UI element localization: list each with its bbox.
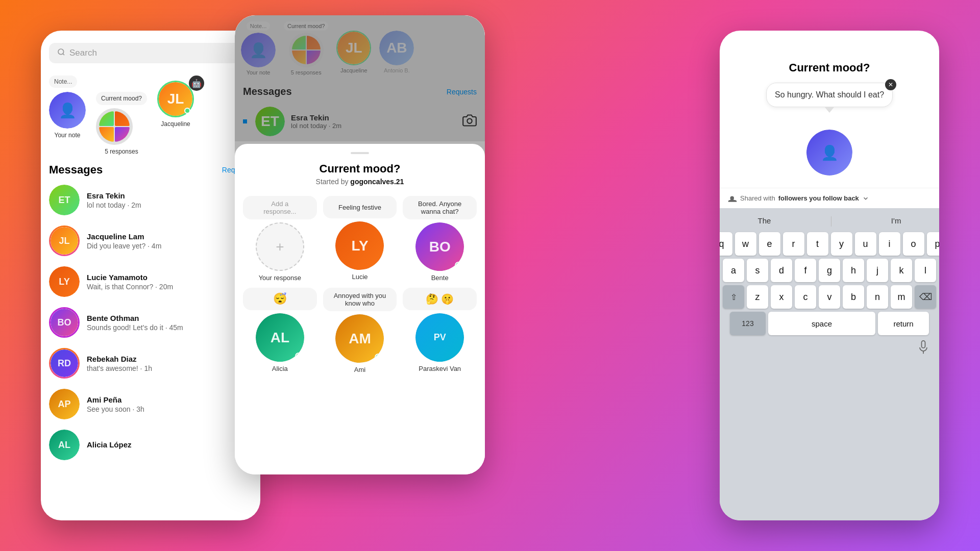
keyboard-suggestions: The I'm <box>724 212 935 229</box>
key-y[interactable]: y <box>831 232 852 256</box>
mood-card-ami[interactable]: Annoyed with you know who AM Ami <box>323 288 397 373</box>
suggestion-the[interactable]: The <box>750 214 779 227</box>
close-button[interactable]: ✕ <box>885 79 896 90</box>
mood-bubble-paraskevi: 🤔 🤫 <box>403 288 477 310</box>
modal-subtitle: Started by gogoncalves.21 <box>243 178 477 186</box>
suggestion-im[interactable]: I'm <box>883 214 910 227</box>
mood-name-paraskevi: Paraskevi Van <box>419 365 461 372</box>
message-item-jacqueline[interactable]: JL Jacqueline Lam Did you leave yet? · 4… <box>41 220 260 261</box>
key-n[interactable]: n <box>867 285 888 309</box>
return-key[interactable]: return <box>878 312 929 335</box>
key-q[interactable]: q <box>720 232 732 256</box>
msg-name-bente: Bente Othman <box>87 314 252 322</box>
green-dot-alicia <box>295 353 302 360</box>
mood-name-lucie: Lucie <box>352 273 368 281</box>
key-p[interactable]: p <box>927 232 940 256</box>
mood-card-bente[interactable]: Bored. Anyone wanna chat? BO Bente <box>403 196 477 282</box>
modal-subtitle-text: Started by <box>316 178 349 186</box>
msg-name-lucie: Lucie Yamamoto <box>87 273 252 282</box>
right-phone: Current mood? ✕ So hungry. What should I… <box>720 31 939 520</box>
delete-key[interactable]: ⌫ <box>915 285 936 309</box>
mood-card-alicia[interactable]: 😴 AL Alicia <box>243 288 317 373</box>
microphone-icon[interactable] <box>918 340 929 357</box>
key-m[interactable]: m <box>891 285 912 309</box>
right-mood-title: Current mood? <box>732 61 927 74</box>
msg-name-ami: Ami Peña <box>87 395 252 404</box>
chevron-down-icon <box>862 195 869 202</box>
msg-preview-esra: lol not today · 2m <box>87 201 240 209</box>
key-i[interactable]: i <box>879 232 900 256</box>
right-user-avatar: 👤 <box>806 130 852 176</box>
key-j[interactable]: j <box>867 259 888 282</box>
green-dot-ami <box>375 354 382 361</box>
mood-bubble: Current mood? <box>96 92 147 105</box>
modal-handle <box>351 152 369 154</box>
message-item-ami[interactable]: AP Ami Peña See you soon · 3h <box>41 384 260 424</box>
mood-name-ami: Ami <box>354 366 365 373</box>
svg-point-0 <box>58 49 64 55</box>
key-w[interactable]: w <box>735 232 756 256</box>
mood-name-add: Your response <box>259 274 301 282</box>
svg-rect-3 <box>922 341 925 348</box>
key-l[interactable]: l <box>915 259 936 282</box>
keyboard-row-4: 123 space return <box>724 312 935 335</box>
note-bubble: Note... <box>49 76 77 88</box>
story-your-note[interactable]: Note... 👤 Your note <box>49 76 86 155</box>
key-u[interactable]: u <box>855 232 876 256</box>
message-item-alicia[interactable]: AL Alicia López <box>41 424 260 465</box>
mood-bubble-lucie: Feeling festive <box>323 196 397 218</box>
key-c[interactable]: c <box>795 285 816 309</box>
key-o[interactable]: o <box>903 232 924 256</box>
modal-title: Current mood? <box>243 162 477 176</box>
msg-name-jacqueline: Jacqueline Lam <box>87 232 252 241</box>
key-t[interactable]: t <box>807 232 828 256</box>
story-label-jacqueline: Jacqueline <box>161 120 190 128</box>
msg-preview-bente: Sounds good! Let's do it · 45m <box>87 323 252 332</box>
key-s[interactable]: s <box>747 259 768 282</box>
message-item-rebekah[interactable]: RD Rebekah Diaz that's awesome! · 1h <box>41 343 260 384</box>
key-g[interactable]: g <box>819 259 840 282</box>
right-top-section: Current mood? ✕ So hungry. What should I… <box>720 31 939 188</box>
left-phone-content: Search Note... 👤 Your note Current mood? <box>41 31 260 520</box>
story-label-your-note: Your note <box>55 132 81 139</box>
thought-bubble: ✕ So hungry. What should I eat? <box>766 83 893 107</box>
modal-subtitle-user: gogoncalves.21 <box>350 178 404 186</box>
key-z[interactable]: z <box>747 285 768 309</box>
key-d[interactable]: d <box>771 259 792 282</box>
shift-key[interactable]: ⇧ <box>723 285 744 309</box>
key-k[interactable]: k <box>891 259 912 282</box>
space-key[interactable]: space <box>768 312 875 335</box>
mood-bubble-add: Add aresponse... <box>243 196 317 219</box>
numbers-key[interactable]: 123 <box>730 312 766 335</box>
green-dot-bente <box>455 262 462 269</box>
keyboard: The I'm q w e r t y u i o p a s d <box>720 208 939 520</box>
msg-preview-jacqueline: Did you leave yet? · 4m <box>87 242 252 250</box>
mood-bubble-ami: Annoyed with you know who <box>323 288 397 311</box>
modal-sheet: Current mood? Started by gogoncalves.21 … <box>235 144 485 474</box>
mood-bubble-alicia: 😴 <box>243 288 317 310</box>
thought-text: So hungry. What should I eat? <box>775 90 884 99</box>
key-f[interactable]: f <box>795 259 816 282</box>
right-phone-content: Current mood? ✕ So hungry. What should I… <box>720 31 939 520</box>
story-jacqueline[interactable]: JL 🤖 Jacqueline <box>157 76 194 155</box>
message-item-bente[interactable]: BO Bente Othman Sounds good! Let's do it… <box>41 302 260 343</box>
key-v[interactable]: v <box>819 285 840 309</box>
msg-preview-lucie: Wait, is that Connor? · 20m <box>87 283 252 291</box>
mood-card-add[interactable]: Add aresponse... + Your response <box>243 196 317 282</box>
key-r[interactable]: r <box>783 232 804 256</box>
key-x[interactable]: x <box>771 285 792 309</box>
messages-title: Messages <box>49 163 103 177</box>
key-a[interactable]: a <box>723 259 744 282</box>
message-item-lucie[interactable]: LY Lucie Yamamoto Wait, is that Connor? … <box>41 261 260 302</box>
key-b[interactable]: b <box>843 285 864 309</box>
story-5-responses[interactable]: Current mood? 5 responses <box>96 76 147 155</box>
search-bar[interactable]: Search <box>49 43 252 63</box>
mood-card-lucie[interactable]: Feeling festive LY Lucie <box>323 196 397 282</box>
shared-with-bar[interactable]: Shared with followers you follow back <box>720 188 939 208</box>
key-e[interactable]: e <box>759 232 780 256</box>
mood-card-paraskevi[interactable]: 🤔 🤫 PV Paraskevi Van <box>403 288 477 373</box>
mood-name-bente: Bente <box>431 274 449 282</box>
message-item-esra[interactable]: ET Esra Tekin lol not today · 2m <box>41 180 260 220</box>
keyboard-row-3: ⇧ z x c v b n m ⌫ <box>724 285 935 309</box>
key-h[interactable]: h <box>843 259 864 282</box>
